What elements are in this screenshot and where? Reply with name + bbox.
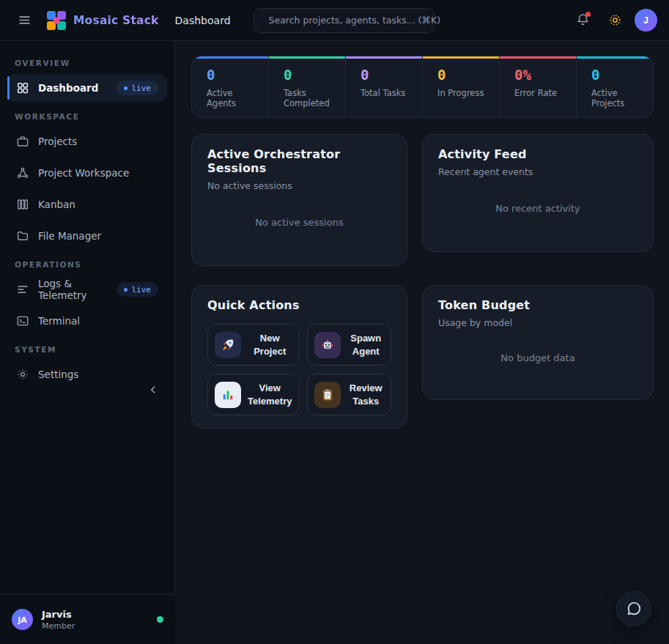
- main-content: 0 Active Agents 0 Tasks Completed 0 Tota…: [176, 41, 669, 644]
- stat-accent-bar: [346, 56, 422, 59]
- search-placeholder: Search projects, agents, tasks... (⌘K): [269, 15, 441, 26]
- chat-fab-button[interactable]: [616, 591, 651, 626]
- chevron-left-icon: [147, 384, 159, 396]
- quick-action-label: Spawn Agent: [347, 332, 384, 358]
- brand[interactable]: Mosaic Stack: [47, 11, 159, 30]
- stat-accent-bar: [577, 56, 653, 59]
- stat-accent-bar: [500, 56, 576, 59]
- quick-actions-grid: New Project Spawn Agent View Telemetry: [207, 324, 391, 415]
- hamburger-icon: [18, 13, 32, 27]
- spawn-agent-button[interactable]: Spawn Agent: [307, 324, 391, 366]
- card-subtitle: No active sessions: [207, 180, 391, 191]
- sidebar-collapse-button[interactable]: [144, 380, 163, 399]
- theme-toggle-button[interactable]: [602, 8, 627, 33]
- view-telemetry-button[interactable]: View Telemetry: [207, 374, 299, 415]
- sidebar-item-label: Logs & Telemetry: [38, 278, 108, 301]
- stat-label: Tasks Completed: [284, 88, 330, 108]
- live-badge: live: [117, 282, 159, 297]
- app-window: Mosaic Stack Dashboard Search projects, …: [0, 0, 669, 644]
- stat-card-total-tasks: 0 Total Tasks: [345, 56, 422, 117]
- network-icon: [16, 166, 29, 179]
- stat-card-active-projects: 0 Active Projects: [576, 56, 653, 117]
- sidebar-item-label: Kanban: [38, 199, 75, 210]
- search-input[interactable]: Search projects, agents, tasks... (⌘K): [254, 8, 435, 33]
- sidebar-item-dashboard[interactable]: Dashboard live: [7, 74, 167, 102]
- topbar-actions: J: [570, 8, 657, 33]
- quick-actions-card: Quick Actions New Project Spawn Agent: [191, 285, 407, 429]
- stat-label: Active Agents: [207, 88, 254, 108]
- robot-icon: [314, 332, 341, 358]
- stat-label: Total Tasks: [361, 88, 407, 98]
- stat-accent-bar: [192, 56, 268, 59]
- sidebar-item-projects[interactable]: Projects: [7, 127, 167, 155]
- sidebar-item-terminal[interactable]: Terminal: [7, 307, 167, 335]
- gear-icon: [16, 368, 29, 381]
- sidebar-item-label: Settings: [38, 369, 78, 380]
- activity-feed-card: Activity Feed Recent agent events No rec…: [422, 134, 654, 252]
- stats-row: 0 Active Agents 0 Tasks Completed 0 Tota…: [191, 56, 654, 118]
- clipboard-icon: [314, 382, 341, 408]
- folder-icon: [16, 229, 29, 243]
- card-title: Activity Feed: [438, 147, 637, 161]
- stat-accent-bar: [423, 56, 499, 59]
- sidebar-item-label: Projects: [38, 136, 77, 147]
- mosaic-logo-icon: [47, 11, 66, 30]
- stat-card-in-progress: 0 In Progress: [422, 56, 499, 117]
- sidebar-item-label: Project Workspace: [38, 167, 129, 179]
- empty-state-message: No budget data: [438, 328, 637, 387]
- chat-bubble-icon: [626, 601, 642, 617]
- list-lines-icon: [16, 283, 29, 296]
- section-label-overview: OVERVIEW: [15, 59, 160, 67]
- menu-button[interactable]: [12, 8, 37, 33]
- notifications-button[interactable]: [570, 8, 595, 33]
- quick-action-label: Review Tasks: [347, 382, 384, 407]
- user-name: Jarvis: [42, 609, 75, 620]
- breadcrumb: Dashboard: [175, 15, 231, 26]
- stat-label: Error Rate: [514, 88, 561, 98]
- sessions-card: Active Orchestrator Sessions No active s…: [191, 134, 407, 266]
- sidebar: OVERVIEW Dashboard live WORKSPACE Projec…: [0, 41, 175, 644]
- stat-value: 0: [284, 68, 330, 82]
- new-project-button[interactable]: New Project: [207, 324, 299, 366]
- top-bar: Mosaic Stack Dashboard Search projects, …: [0, 0, 669, 41]
- sidebar-item-logs-telemetry[interactable]: Logs & Telemetry live: [7, 275, 167, 303]
- stat-value: 0%: [514, 68, 561, 82]
- sidebar-item-project-workspace[interactable]: Project Workspace: [7, 159, 167, 187]
- stat-value: 0: [591, 68, 638, 82]
- sidebar-item-label: File Manager: [38, 230, 101, 242]
- user-role: Member: [42, 621, 75, 631]
- live-dot-icon: [124, 288, 127, 292]
- sun-theme-icon: [608, 13, 622, 27]
- live-badge: live: [117, 81, 159, 95]
- review-tasks-button[interactable]: Review Tasks: [307, 374, 391, 415]
- section-label-system: SYSTEM: [15, 345, 160, 354]
- quick-action-label: View Telemetry: [248, 382, 292, 407]
- token-budget-card: Token Budget Usage by model No budget da…: [422, 285, 654, 400]
- sidebar-item-kanban[interactable]: Kanban: [7, 190, 167, 218]
- card-title: Quick Actions: [207, 298, 391, 312]
- quick-action-label: New Project: [248, 332, 292, 358]
- briefcase-icon: [16, 135, 29, 148]
- card-title: Active Orchestrator Sessions: [207, 147, 391, 175]
- grid-icon: [16, 81, 29, 95]
- stat-value: 0: [437, 68, 484, 82]
- section-label-operations: OPERATIONS: [15, 260, 160, 269]
- card-title: Token Budget: [438, 298, 637, 312]
- empty-state-message: No active sessions: [207, 191, 391, 253]
- section-label-workspace: WORKSPACE: [15, 112, 160, 121]
- stat-label: Active Projects: [591, 88, 638, 108]
- live-dot-icon: [124, 86, 127, 90]
- stat-card-tasks-completed: 0 Tasks Completed: [268, 56, 345, 117]
- terminal-icon: [16, 314, 29, 327]
- user-footer[interactable]: JA Jarvis Member: [0, 594, 175, 644]
- rocket-icon: [215, 332, 241, 358]
- user-avatar-button[interactable]: J: [635, 9, 657, 32]
- sidebar-item-file-manager[interactable]: File Manager: [7, 222, 167, 250]
- stat-card-active-agents: 0 Active Agents: [192, 56, 268, 117]
- card-subtitle: Usage by model: [438, 317, 637, 328]
- empty-state-message: No recent activity: [438, 177, 637, 239]
- user-initials-avatar: JA: [12, 609, 33, 630]
- card-subtitle: Recent agent events: [438, 166, 637, 177]
- stat-card-error-rate: 0% Error Rate: [499, 56, 576, 117]
- brand-name: Mosaic Stack: [73, 14, 159, 27]
